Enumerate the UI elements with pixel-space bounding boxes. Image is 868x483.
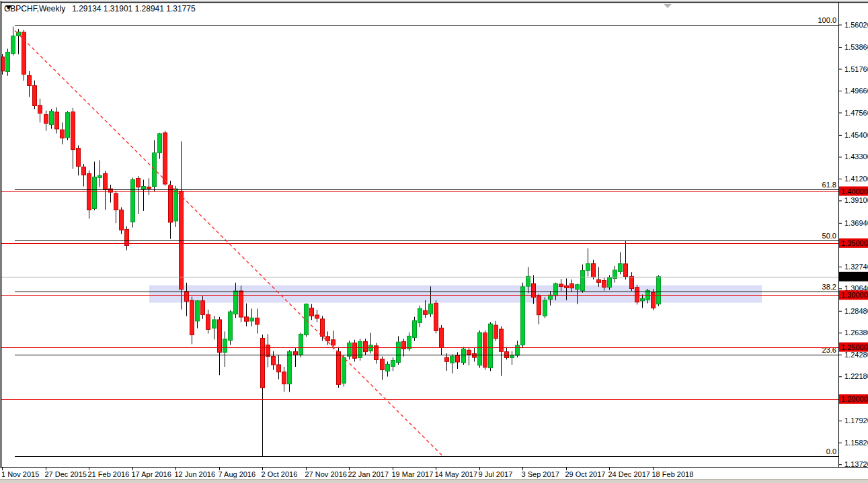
- svg-text:1.36940: 1.36940: [844, 219, 868, 227]
- time-axis[interactable]: 1 Nov 201527 Dec 201521 Feb 201617 Apr 2…: [1, 468, 693, 478]
- svg-text:1.32740: 1.32740: [844, 263, 868, 271]
- svg-text:29 Oct 2017: 29 Oct 2017: [565, 470, 606, 478]
- symbol-dropdown-icon[interactable]: [5, 5, 13, 10]
- svg-text:1.25000: 1.25000: [841, 343, 868, 351]
- svg-text:18 Feb 2018: 18 Feb 2018: [652, 470, 694, 478]
- svg-text:19 Mar 2017: 19 Mar 2017: [392, 470, 434, 478]
- svg-text:3 Sep 2017: 3 Sep 2017: [522, 470, 559, 478]
- svg-text:1.39100: 1.39100: [844, 196, 868, 204]
- svg-text:1.47560: 1.47560: [844, 109, 868, 117]
- svg-text:1.15820: 1.15820: [844, 439, 868, 447]
- svg-text:1.49660: 1.49660: [844, 87, 868, 95]
- trendline-dashed[interactable]: [15, 30, 442, 455]
- chart-frame: [0, 0, 868, 483]
- svg-text:7 Aug 2016: 7 Aug 2016: [219, 470, 256, 478]
- svg-text:1.26380: 1.26380: [844, 328, 868, 337]
- svg-text:1 Nov 2015: 1 Nov 2015: [1, 470, 39, 478]
- svg-text:21 Feb 2016: 21 Feb 2016: [88, 470, 130, 478]
- svg-text:23.6: 23.6: [822, 346, 836, 354]
- svg-text:1.31775: 1.31775: [841, 273, 868, 281]
- svg-text:1.17920: 1.17920: [844, 416, 868, 425]
- svg-text:27 Dec 2015: 27 Dec 2015: [45, 470, 87, 478]
- horizontal-level-lines[interactable]: [0, 192, 838, 400]
- svg-text:2 Oct 2016: 2 Oct 2016: [262, 470, 298, 478]
- symbol-label: GBPCHF,Weekly: [4, 4, 65, 13]
- svg-text:12 Jun 2016: 12 Jun 2016: [175, 470, 216, 478]
- svg-text:27 Nov 2016: 27 Nov 2016: [305, 470, 347, 478]
- svg-text:1.20000: 1.20000: [841, 395, 868, 403]
- fibonacci-retracement[interactable]: 100.061.850.038.223.60.0: [15, 16, 838, 457]
- svg-text:1.22180: 1.22180: [844, 372, 868, 380]
- svg-text:22 Jan 2017: 22 Jan 2017: [348, 470, 389, 478]
- svg-text:1.40000: 1.40000: [841, 187, 868, 195]
- svg-text:1.51760: 1.51760: [844, 65, 868, 73]
- svg-text:1.53860: 1.53860: [844, 43, 868, 51]
- svg-text:1.43300: 1.43300: [844, 152, 868, 161]
- chart-title: GBPCHF,Weekly 1.29134 1.31901 1.28941 1.…: [4, 3, 196, 14]
- svg-text:1.56020: 1.56020: [844, 21, 868, 29]
- svg-text:1.45400: 1.45400: [844, 131, 868, 139]
- scroll-to-end-icon[interactable]: [664, 4, 672, 8]
- svg-text:50.0: 50.0: [822, 232, 836, 240]
- svg-text:61.8: 61.8: [822, 181, 836, 189]
- svg-text:14 May 2017: 14 May 2017: [435, 470, 478, 478]
- svg-text:17 Apr 2016: 17 Apr 2016: [132, 470, 171, 478]
- svg-text:1.41200: 1.41200: [844, 175, 868, 183]
- svg-text:1.35000: 1.35000: [841, 239, 868, 247]
- chart-window: 100.061.850.038.223.60.0 1.560201.538601…: [0, 0, 868, 483]
- svg-text:1.30000: 1.30000: [841, 291, 868, 299]
- svg-text:24 Dec 2017: 24 Dec 2017: [608, 470, 650, 478]
- svg-text:9 Jul 2017: 9 Jul 2017: [479, 470, 513, 478]
- svg-text:100.0: 100.0: [818, 16, 836, 24]
- svg-text:0.0: 0.0: [826, 447, 836, 455]
- chart-canvas[interactable]: 100.061.850.038.223.60.0 1.560201.538601…: [0, 0, 868, 483]
- svg-text:1.13720: 1.13720: [844, 460, 868, 468]
- svg-text:1.28480: 1.28480: [844, 307, 868, 315]
- svg-text:38.2: 38.2: [822, 283, 836, 291]
- candlestick-series: [1, 27, 661, 457]
- ohlc-values: 1.29134 1.31901 1.28941 1.31775: [72, 4, 196, 13]
